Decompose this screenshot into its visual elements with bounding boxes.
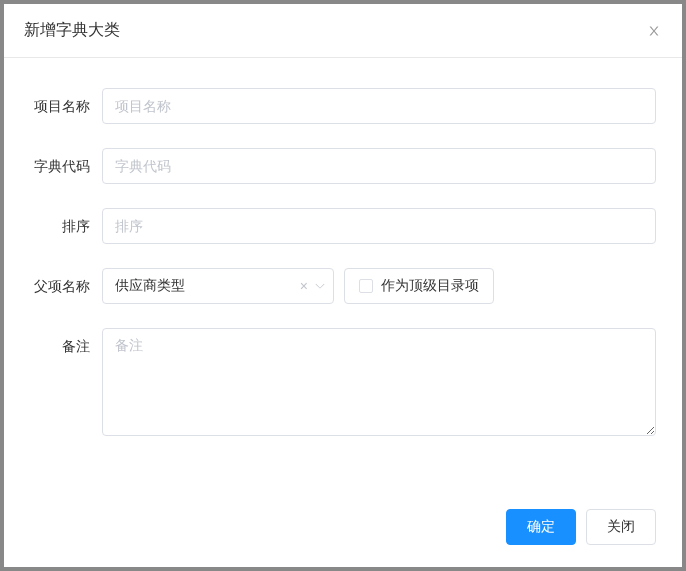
checkbox-box-icon: [359, 279, 373, 293]
select-icons: ×: [300, 279, 326, 293]
clear-icon[interactable]: ×: [300, 279, 308, 293]
modal-body: 项目名称 字典代码 排序 父项名称 供应商类型: [4, 58, 682, 509]
row-sort: 排序: [30, 208, 656, 244]
confirm-button[interactable]: 确定: [506, 509, 576, 545]
label-dict-code: 字典代码: [30, 148, 102, 184]
select-parent-name[interactable]: 供应商类型 ×: [102, 268, 334, 304]
textarea-remark[interactable]: [102, 328, 656, 436]
modal-footer: 确定 关闭: [4, 509, 682, 567]
label-project-name: 项目名称: [30, 88, 102, 124]
row-remark: 备注: [30, 328, 656, 436]
input-sort[interactable]: [102, 208, 656, 244]
chevron-down-icon[interactable]: [314, 280, 326, 292]
checkbox-top-level-label: 作为顶级目录项: [381, 277, 479, 295]
input-project-name[interactable]: [102, 88, 656, 124]
row-project-name: 项目名称: [30, 88, 656, 124]
select-parent-value: 供应商类型: [115, 277, 185, 295]
modal-header: 新增字典大类: [4, 4, 682, 58]
modal-title: 新增字典大类: [24, 20, 120, 41]
label-sort: 排序: [30, 208, 102, 244]
modal-dialog: 新增字典大类 项目名称 字典代码 排序 父项名称: [4, 4, 682, 567]
row-dict-code: 字典代码: [30, 148, 656, 184]
close-icon[interactable]: [646, 23, 662, 39]
checkbox-top-level[interactable]: 作为顶级目录项: [344, 268, 494, 304]
label-remark: 备注: [30, 328, 102, 364]
input-dict-code[interactable]: [102, 148, 656, 184]
cancel-button[interactable]: 关闭: [586, 509, 656, 545]
row-parent-name: 父项名称 供应商类型 ×: [30, 268, 656, 304]
label-parent-name: 父项名称: [30, 268, 102, 304]
